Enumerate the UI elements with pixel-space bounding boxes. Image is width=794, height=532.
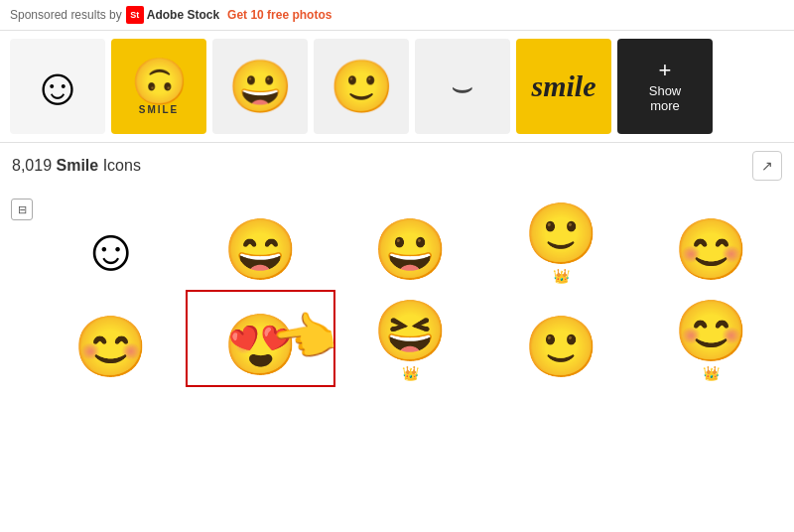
thumb5-icon: ⌣ <box>451 66 474 107</box>
thumbnail-5[interactable]: ⌣ <box>415 39 510 134</box>
icon-cell-2[interactable]: 😄 <box>186 193 335 290</box>
crown-8: 👑 <box>402 365 419 381</box>
sponsored-bar: Sponsored results by St Adobe Stock Get … <box>0 0 794 31</box>
toggle-icon: ⊟ <box>18 203 27 216</box>
thumb6-text: smile <box>532 69 596 103</box>
sponsored-label: Sponsored results by <box>10 8 122 22</box>
icon-4: 🙂 <box>524 204 598 264</box>
thumb2-face: 🙃 <box>131 59 188 104</box>
icon-cell-8[interactable]: 😆 👑 <box>335 290 485 387</box>
icon-1: ☺ <box>80 220 141 280</box>
adobe-logo-icon: St <box>126 6 144 24</box>
thumbnail-strip: ☺ 🙃 SMILE 😀 🙂 ⌣ smile + Showmore <box>0 31 794 143</box>
icon-cell-6[interactable]: 😊 <box>36 290 186 387</box>
icon-8: 😆 <box>373 302 448 361</box>
icon-cell-7-selected[interactable]: 😍 <box>186 290 335 387</box>
thumbnail-1[interactable]: ☺ <box>10 39 105 134</box>
crown-4: 👑 <box>553 268 570 284</box>
thumb2-content: 🙃 SMILE <box>131 59 188 115</box>
show-more-label: Showmore <box>649 83 682 113</box>
thumbnail-4[interactable]: 🙂 <box>314 39 409 134</box>
results-count-area: 8,019 Smile Icons <box>12 157 141 175</box>
results-header: 8,019 Smile Icons ↗ <box>0 143 794 189</box>
icon-9: 🙂 <box>524 318 598 377</box>
icon-6: 😊 <box>73 318 148 377</box>
icon-cell-1[interactable]: ☺ <box>36 193 186 290</box>
icon-cell-5[interactable]: 😊 <box>636 193 786 290</box>
crown-10: 👑 <box>703 365 720 381</box>
adobe-logo: St Adobe Stock <box>126 6 219 24</box>
thumb3-icon: 😀 <box>228 57 293 117</box>
icon-cell-3[interactable]: 😀 <box>335 193 485 290</box>
icon-3: 😀 <box>373 220 448 280</box>
icon-grid: ☺ 😄 😀 🙂 👑 😊 😊 😍 😆 👑 <box>36 189 786 391</box>
icon-cell-9[interactable]: 🙂 <box>486 290 636 387</box>
free-photos-link[interactable]: Get 10 free photos <box>227 8 331 22</box>
icon-cell-4[interactable]: 🙂 👑 <box>486 193 636 290</box>
icon-10: 😊 <box>674 302 748 361</box>
icon-2: 😄 <box>223 220 298 280</box>
plus-icon: + <box>659 60 672 81</box>
main-content: ⊟ ☺ 😄 😀 🙂 👑 😊 😊 😍 <box>0 189 794 391</box>
icon-7: 😍 <box>223 316 298 375</box>
thumbnail-3[interactable]: 😀 <box>212 39 308 134</box>
thumb1-icon: ☺ <box>31 57 83 116</box>
share-button[interactable]: ↗ <box>752 151 782 181</box>
thumbnail-2[interactable]: 🙃 SMILE <box>111 39 206 134</box>
sidebar-toggle-area: ⊟ <box>8 189 36 391</box>
results-keyword: Smile <box>57 157 99 174</box>
thumb4-icon: 🙂 <box>330 57 394 117</box>
thumbnail-6[interactable]: smile <box>516 39 611 134</box>
results-count: 8,019 <box>12 157 52 174</box>
icon-cell-10[interactable]: 😊 👑 <box>636 290 786 387</box>
results-suffix: Icons <box>103 157 141 174</box>
adobe-brand-name: Adobe Stock <box>147 8 219 22</box>
sidebar-toggle-button[interactable]: ⊟ <box>11 199 33 220</box>
icon-5: 😊 <box>674 220 748 280</box>
show-more-button[interactable]: + Showmore <box>617 39 713 134</box>
thumb2-label: SMILE <box>139 104 180 115</box>
share-icon: ↗ <box>761 158 773 174</box>
